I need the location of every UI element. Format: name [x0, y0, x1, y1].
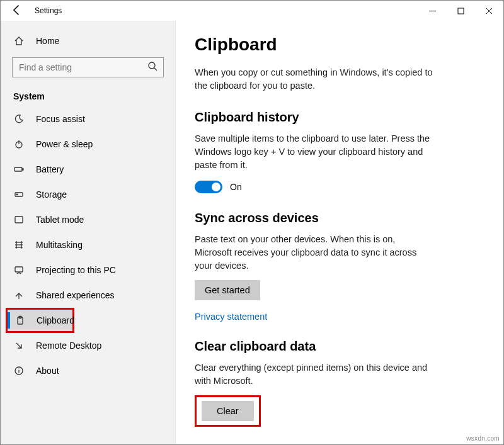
search-wrap: [12, 57, 164, 77]
clipboard-icon: [15, 315, 25, 325]
minimize-button[interactable]: [418, 1, 447, 21]
sidebar-item-label: Battery: [36, 164, 64, 174]
highlight-clipboard: Clipboard: [6, 308, 74, 333]
highlight-clear: Clear: [195, 395, 261, 427]
svg-rect-12: [15, 217, 23, 223]
sidebar-item-label: Clipboard: [37, 315, 74, 325]
share-icon: [13, 290, 25, 300]
sidebar-item-label: Remote Desktop: [36, 341, 101, 351]
page-title: Clipboard: [195, 35, 484, 55]
svg-rect-1: [458, 8, 464, 14]
sidebar-item-battery[interactable]: Battery: [1, 157, 175, 182]
get-started-button[interactable]: Get started: [195, 280, 260, 300]
sidebar-item-focus-assist[interactable]: Focus assist: [1, 106, 175, 132]
svg-point-11: [16, 194, 18, 195]
sync-body: Paste text on your other devices. When t…: [195, 233, 434, 273]
sidebar-item-clipboard[interactable]: Clipboard: [8, 310, 72, 331]
sidebar-item-multitasking[interactable]: Multitasking: [1, 232, 175, 257]
clear-button[interactable]: Clear: [202, 401, 254, 421]
home-icon: [13, 36, 25, 46]
sidebar-item-remote-desktop[interactable]: Remote Desktop: [1, 333, 175, 358]
sidebar-item-label: About: [36, 366, 59, 376]
sidebar-item-projecting[interactable]: Projecting to this PC: [1, 257, 175, 283]
selection-accent: [8, 312, 10, 329]
sidebar-item-tablet-mode[interactable]: Tablet mode: [1, 207, 175, 232]
battery-icon: [13, 164, 25, 174]
sidebar-item-power-sleep[interactable]: Power & sleep: [1, 132, 175, 157]
history-toggle[interactable]: [195, 181, 222, 193]
sidebar-item-label: Power & sleep: [36, 139, 93, 149]
history-toggle-state: On: [230, 182, 242, 192]
watermark: wsxdn.com: [466, 435, 500, 442]
history-body: Save multiple items to the clipboard to …: [195, 132, 434, 172]
content: Clipboard When you copy or cut something…: [176, 21, 503, 444]
history-heading: Clipboard history: [195, 110, 484, 125]
svg-point-4: [149, 62, 155, 69]
clear-heading: Clear clipboard data: [195, 339, 484, 354]
sidebar-item-label: Focus assist: [36, 114, 85, 124]
titlebar: Settings: [1, 1, 503, 21]
sidebar: Home System Focus assist Power & sleep B…: [1, 21, 176, 444]
close-button[interactable]: [475, 1, 503, 21]
multitask-icon: [13, 240, 25, 250]
power-icon: [13, 139, 25, 149]
sidebar-item-storage[interactable]: Storage: [1, 182, 175, 207]
back-button[interactable]: [11, 4, 23, 18]
svg-point-25: [18, 368, 19, 369]
storage-icon: [13, 189, 25, 200]
home-label: Home: [36, 36, 59, 46]
sidebar-item-about[interactable]: About: [1, 358, 175, 383]
project-icon: [13, 265, 25, 275]
search-icon: [147, 61, 159, 72]
sidebar-item-label: Multitasking: [36, 240, 83, 250]
sidebar-item-label: Storage: [36, 189, 67, 200]
moon-icon: [13, 114, 25, 124]
home-button[interactable]: Home: [1, 28, 175, 54]
svg-line-5: [154, 68, 157, 70]
svg-rect-9: [22, 169, 23, 170]
privacy-link[interactable]: Privacy statement: [195, 312, 267, 322]
page-intro: When you copy or cut something in Window…: [195, 66, 434, 93]
sidebar-item-label: Tablet mode: [36, 215, 84, 225]
sidebar-item-shared-experiences[interactable]: Shared experiences: [1, 283, 175, 308]
clear-body: Clear everything (except pinned items) o…: [195, 361, 434, 388]
section-heading: System: [1, 86, 175, 106]
sync-heading: Sync across devices: [195, 211, 484, 225]
svg-rect-8: [14, 167, 22, 171]
maximize-button[interactable]: [447, 1, 475, 21]
info-icon: [13, 366, 25, 376]
tablet-icon: [13, 215, 25, 225]
window-title: Settings: [35, 6, 62, 15]
search-input[interactable]: [12, 57, 164, 77]
remote-icon: [13, 341, 25, 351]
sidebar-item-label: Shared experiences: [36, 290, 115, 300]
sidebar-item-label: Projecting to this PC: [36, 265, 116, 275]
svg-rect-19: [15, 267, 23, 272]
